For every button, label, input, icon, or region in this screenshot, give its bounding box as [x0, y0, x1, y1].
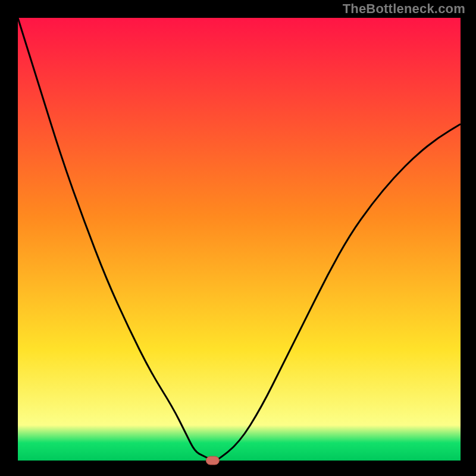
bottleneck-chart: [0, 0, 476, 476]
optimum-marker: [206, 456, 219, 465]
watermark-label: TheBottleneck.com: [343, 1, 465, 17]
chart-frame: TheBottleneck.com: [0, 0, 476, 476]
plot-background: [18, 18, 461, 461]
